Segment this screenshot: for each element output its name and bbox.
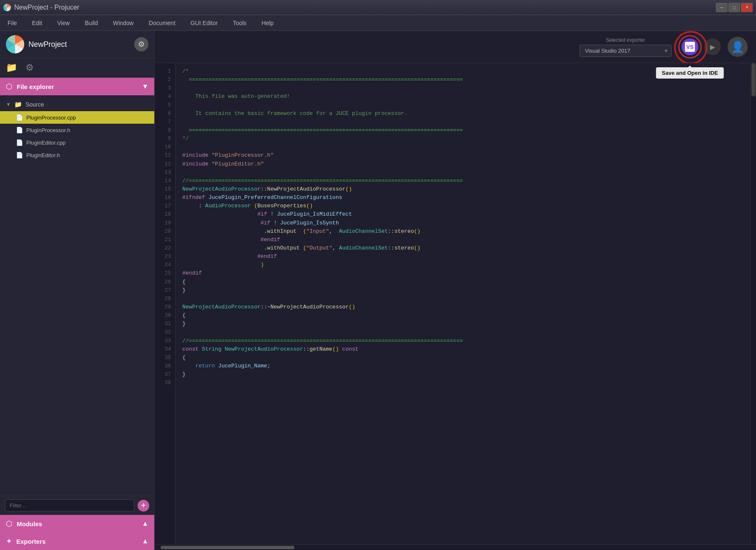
- horizontal-scrollbar[interactable]: [155, 544, 756, 550]
- menu-edit[interactable]: Edit: [30, 18, 45, 28]
- line-31: 31: [155, 320, 175, 328]
- line-4: 4: [155, 92, 175, 101]
- titlebar: NewProject - Projucer ─ □ ✕: [0, 0, 756, 15]
- source-folder[interactable]: ▼ 📁 Source: [0, 98, 154, 111]
- file-icon-3: 📄: [16, 152, 23, 158]
- main-layout: NewProject ⚙ 📁 ⚙ ⬡ File explorer ▼ ▼ 📁 S…: [0, 31, 756, 550]
- menu-tools[interactable]: Tools: [230, 18, 249, 28]
- file-item-plugin-processor-h[interactable]: 📄 PluginProcessor.h: [0, 124, 154, 136]
- menu-build[interactable]: Build: [82, 18, 100, 28]
- line-22: 22: [155, 244, 175, 252]
- avatar-icon: 👤: [731, 41, 744, 53]
- line-13: 13: [155, 168, 175, 177]
- line-28: 28: [155, 295, 175, 303]
- modules-arrow: ▲: [142, 520, 148, 527]
- line-34: 34: [155, 345, 175, 354]
- menu-help[interactable]: Help: [259, 18, 276, 28]
- folder-tool-button[interactable]: 📁: [6, 62, 17, 73]
- file-icon-1: 📄: [16, 127, 23, 133]
- vertical-scrollbar[interactable]: [750, 63, 756, 544]
- h-scrollbar-thumb[interactable]: [161, 546, 294, 549]
- line-35: 35: [155, 354, 175, 362]
- titlebar-title: NewProject - Projucer: [14, 4, 79, 11]
- ide-tooltip: Save and Open in IDE: [656, 67, 724, 79]
- file-name-2: PluginEditor.cpp: [26, 140, 66, 146]
- exporters-label: Exporters: [16, 538, 46, 545]
- exporters-arrow: ▲: [142, 537, 148, 545]
- exporter-dropdown-wrapper: Visual Studio 2017: [580, 45, 672, 57]
- menu-view[interactable]: View: [55, 18, 72, 28]
- minimize-button[interactable]: ─: [716, 3, 728, 12]
- filter-input[interactable]: [5, 499, 134, 512]
- run-button[interactable]: ▶: [704, 38, 721, 55]
- file-explorer-header-left: ⬡ File explorer: [6, 82, 54, 91]
- code-content[interactable]: /* =====================================…: [176, 63, 750, 544]
- line-32: 32: [155, 328, 175, 336]
- line-16: 16: [155, 194, 175, 202]
- project-header: NewProject ⚙: [0, 31, 154, 58]
- titlebar-left: NewProject - Projucer: [3, 4, 79, 11]
- line-20: 20: [155, 227, 175, 236]
- line-25: 25: [155, 269, 175, 278]
- line-21: 21: [155, 236, 175, 244]
- line-6: 6: [155, 109, 175, 118]
- modules-header[interactable]: ⬡ Modules ▲: [0, 515, 154, 532]
- line-30: 30: [155, 311, 175, 320]
- file-tree: ▼ 📁 Source 📄 PluginProcessor.cpp 📄 Plugi…: [0, 95, 154, 496]
- line-36: 36: [155, 362, 175, 370]
- file-item-plugin-editor-cpp[interactable]: 📄 PluginEditor.cpp: [0, 136, 154, 149]
- line-17: 17: [155, 202, 175, 210]
- line-11: 11: [155, 151, 175, 160]
- file-item-plugin-editor-h[interactable]: 📄 PluginEditor.h: [0, 149, 154, 161]
- settings-tool-button[interactable]: ⚙: [26, 62, 34, 73]
- line-1: 1: [155, 67, 175, 76]
- menu-file[interactable]: File: [5, 18, 20, 28]
- project-logo: [6, 35, 24, 53]
- file-explorer-header[interactable]: ⬡ File explorer ▼: [0, 78, 154, 95]
- file-item-plugin-processor-cpp[interactable]: 📄 PluginProcessor.cpp: [0, 111, 154, 124]
- menu-document[interactable]: Document: [146, 18, 178, 28]
- save-open-ide-button[interactable]: VS: [678, 35, 702, 59]
- exporters-header[interactable]: ✦ Exporters ▲: [0, 532, 154, 550]
- sidebar: NewProject ⚙ 📁 ⚙ ⬡ File explorer ▼ ▼ 📁 S…: [0, 31, 155, 550]
- source-folder-label: Source: [26, 101, 44, 108]
- code-editor: 1 2 3 4 5 6 7 8 9 10 11 12 13 14 15 16 1…: [155, 63, 756, 544]
- avatar[interactable]: 👤: [728, 37, 748, 57]
- menu-window[interactable]: Window: [110, 18, 136, 28]
- add-file-button[interactable]: +: [138, 500, 149, 512]
- menubar: File Edit View Build Window Document GUI…: [0, 15, 756, 31]
- sidebar-toolbar: 📁 ⚙: [0, 58, 154, 78]
- line-7: 7: [155, 118, 175, 126]
- line-26: 26: [155, 278, 175, 286]
- settings-button[interactable]: ⚙: [134, 37, 148, 51]
- line-18: 18: [155, 210, 175, 219]
- exporters-header-left: ✦ Exporters: [6, 537, 46, 546]
- folder-icon: 📁: [14, 101, 22, 108]
- line-2: 2: [155, 76, 175, 84]
- titlebar-controls: ─ □ ✕: [716, 3, 753, 12]
- file-explorer-icon: ⬡: [6, 82, 13, 91]
- file-name-0: PluginProcessor.cpp: [26, 115, 76, 121]
- ide-btn-inner: VS: [682, 38, 698, 55]
- menu-gui-editor[interactable]: GUI Editor: [188, 18, 220, 28]
- line-37: 37: [155, 370, 175, 379]
- ide-button-wrapper: VS Save and Open in IDE: [678, 35, 702, 59]
- project-info: NewProject: [6, 35, 67, 53]
- line-10: 10: [155, 143, 175, 151]
- exporters-icon: ✦: [6, 537, 12, 546]
- file-icon-0: 📄: [16, 114, 23, 121]
- line-24: 24: [155, 261, 175, 269]
- line-9: 9: [155, 135, 175, 143]
- line-33: 33: [155, 337, 175, 345]
- line-numbers: 1 2 3 4 5 6 7 8 9 10 11 12 13 14 15 16 1…: [155, 63, 176, 544]
- line-38: 38: [155, 379, 175, 387]
- selected-exporter-label: Selected exporter: [606, 37, 645, 43]
- topbar-center: Selected exporter Visual Studio 2017: [580, 37, 672, 57]
- close-button[interactable]: ✕: [741, 3, 753, 12]
- line-29: 29: [155, 303, 175, 311]
- modules-header-left: ⬡ Modules: [6, 519, 42, 528]
- exporter-dropdown[interactable]: Visual Studio 2017: [580, 45, 672, 57]
- file-icon-2: 📄: [16, 139, 23, 146]
- maximize-button[interactable]: □: [728, 3, 740, 12]
- scrollbar-thumb[interactable]: [751, 63, 756, 97]
